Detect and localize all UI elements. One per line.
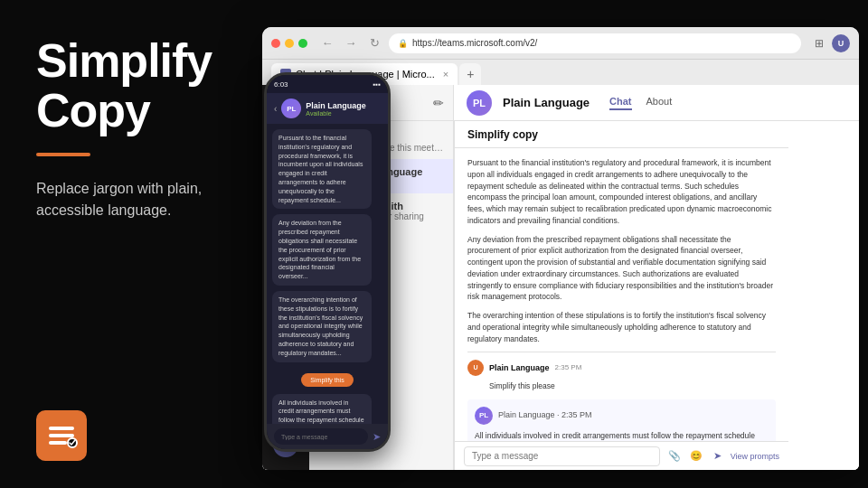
- original-para-2: Any deviation from the prescribed repaym…: [467, 234, 776, 304]
- phone-chat-avatar: PL: [281, 99, 301, 118]
- phone-chat-header: ‹ PL Plain Language Available: [267, 93, 388, 124]
- doc-response: PL Plain Language · 2:35 PM All individu…: [467, 399, 776, 441]
- original-para-3: The overarching intention of these stipu…: [467, 310, 776, 344]
- phone-message-2: Any deviation from the prescribed repaym…: [272, 214, 372, 286]
- phone-message-input[interactable]: [274, 428, 368, 445]
- orange-divider: [36, 153, 90, 156]
- doc-divider: [467, 352, 776, 352]
- headline-line1: Simplify: [36, 36, 235, 86]
- main-chat-header: PL Plain Language Chat About: [454, 85, 859, 121]
- address-text: https://teams.microsoft.com/v2/: [412, 38, 537, 48]
- new-chat-icon[interactable]: ✏: [433, 96, 444, 110]
- extensions-icon[interactable]: ⊞: [810, 34, 828, 52]
- simplify-prompt-bubble: Simplify this: [272, 370, 382, 387]
- emoji-icon[interactable]: 😊: [687, 447, 705, 465]
- doc-body: Pursuant to the financial institution's …: [455, 148, 788, 441]
- subtext: Replace jargon with plain, accessible la…: [36, 178, 235, 221]
- user-message-text: Simplify this please: [489, 380, 776, 392]
- main-chat-area: PL Plain Language Chat About Simplify co…: [454, 85, 859, 470]
- user-name-label: Plain Language: [489, 362, 550, 375]
- phone-mockup: 6:03 ▪▪▪ ‹ PL Plain Language Available P…: [264, 72, 391, 452]
- phone-chat-name: Plain Language: [306, 101, 366, 110]
- view-prompts-button[interactable]: View prompts: [731, 452, 779, 461]
- phone-back-button[interactable]: ‹: [274, 104, 277, 114]
- response-avatar: PL: [475, 407, 493, 425]
- logo-badge: [36, 410, 87, 461]
- svg-rect-0: [49, 427, 74, 430]
- phone-send-button[interactable]: ➤: [373, 431, 381, 443]
- response-header: PL Plain Language · 2:35 PM: [475, 407, 769, 425]
- new-tab[interactable]: +: [459, 63, 481, 85]
- left-content: Simplify Copy Replace jargon with plain,…: [36, 36, 235, 221]
- response-intro-text: All individuals involved in credit arran…: [475, 430, 769, 441]
- phone-message-3: The overarching intention of these stipu…: [272, 291, 372, 362]
- chat-tabs: Chat About: [609, 96, 672, 110]
- document-panel: Simplify copy Pursuant to the financial …: [454, 121, 788, 470]
- doc-title: Simplify copy: [467, 128, 538, 141]
- browser-chrome: ← → ↻ 🔒 https://teams.microsoft.com/v2/ …: [262, 27, 859, 60]
- close-button[interactable]: [271, 39, 280, 48]
- send-icon[interactable]: ➤: [709, 447, 727, 465]
- pl-header-icon: PL: [467, 90, 492, 116]
- phone-response-bubble: All individuals involved in credit arran…: [272, 394, 372, 424]
- phone-message-1: Pursuant to the financial institution's …: [272, 129, 372, 209]
- refresh-button[interactable]: ↻: [365, 34, 383, 52]
- tab-chat[interactable]: Chat: [609, 96, 631, 110]
- main-chat-title: Plain Language: [503, 96, 590, 109]
- phone-messages: Pursuant to the financial institution's …: [267, 124, 388, 424]
- profile-avatar[interactable]: U: [832, 34, 850, 52]
- traffic-lights: [271, 39, 307, 48]
- svg-rect-2: [49, 441, 67, 445]
- original-para-1: Pursuant to the financial institution's …: [467, 157, 776, 227]
- user-message-avatar: U: [467, 360, 484, 376]
- phone-status-icons: ▪▪▪: [373, 80, 381, 89]
- back-button[interactable]: ←: [318, 34, 336, 52]
- minimize-button[interactable]: [285, 39, 294, 48]
- phone-screen: 6:03 ▪▪▪ ‹ PL Plain Language Available P…: [267, 75, 388, 449]
- phone-input-bar: ➤: [267, 424, 388, 449]
- simplify-prompt-btn[interactable]: Simplify this: [301, 373, 353, 387]
- tab-about[interactable]: About: [646, 96, 673, 110]
- doc-header: Simplify copy: [455, 121, 788, 148]
- user-message-time: 2:35 PM: [555, 362, 582, 373]
- headline-line2: Copy: [36, 86, 235, 136]
- forward-button[interactable]: →: [342, 34, 360, 52]
- message-input[interactable]: [464, 446, 660, 466]
- close-tab-icon[interactable]: ×: [443, 69, 448, 80]
- user-message-row: U Plain Language 2:35 PM: [467, 360, 776, 376]
- maximize-button[interactable]: [298, 39, 307, 48]
- phone-status-bar: 6:03 ▪▪▪: [267, 75, 388, 93]
- response-meta: Plain Language · 2:35 PM: [498, 409, 592, 422]
- footer-actions: 📎 😊 ➤ View prompts: [665, 447, 779, 465]
- phone-chat-status: Available: [306, 110, 366, 117]
- left-panel: Simplify Copy Replace jargon with plain,…: [0, 0, 262, 488]
- phone-time: 6:03: [274, 80, 288, 89]
- attach-icon[interactable]: 📎: [665, 447, 684, 465]
- svg-rect-1: [49, 434, 74, 437]
- address-bar[interactable]: 🔒 https://teams.microsoft.com/v2/: [389, 33, 801, 53]
- chat-content: Simplify copy Pursuant to the financial …: [454, 121, 859, 470]
- doc-footer: 📎 😊 ➤ View prompts: [455, 441, 788, 470]
- phone-chat-info: Plain Language Available: [306, 101, 366, 117]
- headline: Simplify Copy: [36, 36, 235, 135]
